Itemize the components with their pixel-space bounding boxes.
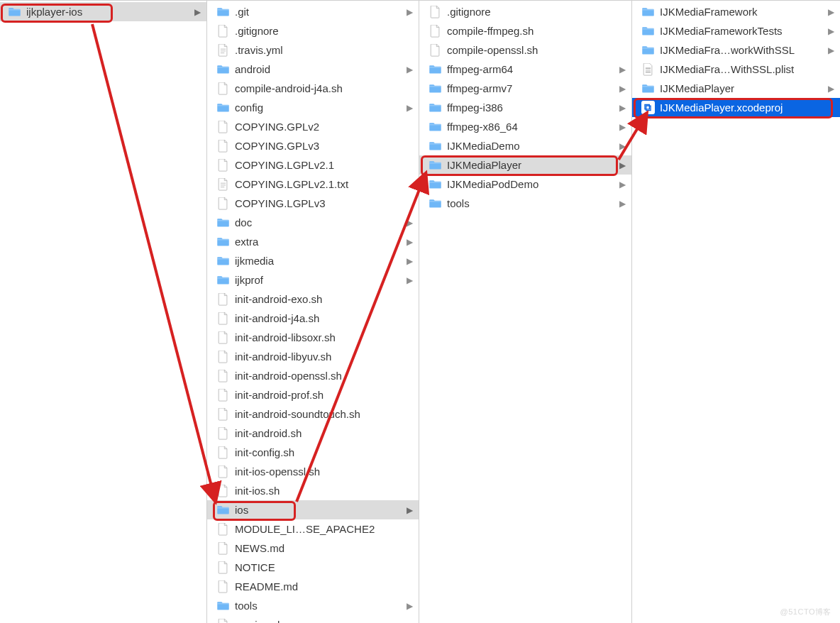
item-label: IJKMediaFra…workWithSSL [660, 44, 825, 56]
finder-item-copying-lgplv2-1[interactable]: COPYING.LGPLv2.1 [207, 155, 419, 175]
finder-item-tools[interactable]: tools▶ [419, 194, 631, 213]
finder-item-tools[interactable]: tools▶ [207, 596, 419, 615]
finder-item-ios[interactable]: ios▶ [207, 500, 419, 519]
item-label: ijkprof [235, 274, 404, 286]
folder-icon [216, 235, 230, 249]
finder-item-copying-lgplv3[interactable]: COPYING.LGPLv3 [207, 194, 419, 213]
finder-item-android[interactable]: android▶ [207, 60, 419, 79]
finder-item-news-md[interactable]: NEWS.md [207, 539, 419, 558]
finder-item-init-ios-sh[interactable]: init-ios.sh [207, 481, 419, 500]
folder-icon [216, 101, 230, 115]
finder-item-notice[interactable]: NOTICE [207, 558, 419, 577]
folder-icon [216, 599, 230, 613]
finder-item-init-ios-openssl-sh[interactable]: init-ios-openssl.sh [207, 462, 419, 481]
finder-item-init-config-sh[interactable]: init-config.sh [207, 443, 419, 462]
finder-item-module-li-se-apache2[interactable]: MODULE_LI…SE_APACHE2 [207, 519, 419, 539]
finder-item-init-android-openssl-sh[interactable]: init-android-openssl.sh [207, 366, 419, 385]
finder-item-ijkmediapoddemo[interactable]: IJKMediaPodDemo▶ [419, 175, 631, 194]
finder-item-init-android-libyuv-sh[interactable]: init-android-libyuv.sh [207, 347, 419, 366]
item-label: tools [447, 197, 617, 209]
finder-item-init-android-j4a-sh[interactable]: init-android-j4a.sh [207, 309, 419, 328]
file-icon [216, 618, 230, 624]
finder-item-ijkmedia[interactable]: ijkmedia▶ [207, 251, 419, 270]
item-label: NEWS.md [235, 542, 413, 554]
item-label: MODULE_LI…SE_APACHE2 [235, 523, 413, 535]
item-label: ios [235, 504, 404, 516]
finder-item--gitignore[interactable]: .gitignore [207, 21, 419, 40]
chevron-right-icon: ▶ [407, 256, 413, 266]
item-label: .gitignore [447, 6, 626, 18]
finder-item--travis-yml[interactable]: .travis.yml [207, 40, 419, 60]
finder-item-ijkmediafra-workwithssl[interactable]: IJKMediaFra…workWithSSL▶ [632, 40, 840, 60]
folder-icon [428, 120, 442, 134]
item-label: init-android-j4a.sh [235, 312, 413, 324]
finder-item-ijkmediademo[interactable]: IJKMediaDemo▶ [419, 136, 631, 155]
file-icon [216, 24, 230, 38]
finder-item-init-android-libsoxr-sh[interactable]: init-android-libsoxr.sh [207, 328, 419, 347]
item-label: IJKMediaPlayer [447, 159, 617, 171]
finder-item-ijkmediafra-withssl-plist[interactable]: IJKMediaFra…WithSSL.plist [632, 60, 840, 79]
finder-item-init-android-sh[interactable]: init-android.sh [207, 424, 419, 443]
item-label: android [235, 63, 404, 75]
file-icon [428, 24, 442, 38]
file-icon [216, 292, 230, 307]
finder-item-ffmpeg-i386[interactable]: ffmpeg-i386▶ [419, 98, 631, 117]
finder-item-version-sh[interactable]: version.sh [207, 615, 419, 623]
item-label: init-android-soundtouch.sh [235, 408, 413, 420]
folder-icon [216, 273, 230, 287]
finder-item-copying-gplv2[interactable]: COPYING.GPLv2 [207, 117, 419, 136]
finder-item-readme-md[interactable]: README.md [207, 577, 419, 596]
plist-file-icon [641, 62, 655, 77]
finder-item-doc[interactable]: doc▶ [207, 213, 419, 232]
finder-item-ffmpeg-armv7[interactable]: ffmpeg-armv7▶ [419, 79, 631, 98]
chevron-right-icon: ▶ [407, 275, 413, 285]
item-label: init-android-libsoxr.sh [235, 331, 413, 343]
item-label: IJKMediaPlayer.xcodeproj [660, 101, 834, 114]
finder-item-extra[interactable]: extra▶ [207, 232, 419, 251]
finder-item-compile-android-j4a-sh[interactable]: compile-android-j4a.sh [207, 79, 419, 98]
chevron-right-icon: ▶ [619, 103, 626, 113]
item-label: .travis.yml [235, 44, 413, 56]
folder-icon [428, 197, 442, 211]
file-icon [216, 446, 230, 460]
finder-item-init-android-exo-sh[interactable]: init-android-exo.sh [207, 290, 419, 309]
chevron-right-icon: ▶ [407, 601, 413, 611]
file-icon [216, 484, 230, 498]
item-label: extra [235, 236, 404, 248]
item-label: IJKMediaDemo [447, 140, 617, 152]
finder-item-ijkprof[interactable]: ijkprof▶ [207, 270, 419, 290]
item-label: COPYING.LGPLv3 [235, 197, 413, 209]
item-label: .gitignore [235, 25, 413, 37]
finder-item-compile-openssl-sh[interactable]: compile-openssl.sh [419, 40, 631, 60]
folder-icon [216, 62, 230, 77]
finder-item-ijkmediaframeworktests[interactable]: IJKMediaFrameworkTests▶ [632, 21, 840, 40]
finder-item--git[interactable]: .git▶ [207, 2, 419, 21]
finder-item-ffmpeg-arm64[interactable]: ffmpeg-arm64▶ [419, 60, 631, 79]
finder-item-ffmpeg-x86-64[interactable]: ffmpeg-x86_64▶ [419, 117, 631, 136]
finder-item-ijkmediaplayer[interactable]: IJKMediaPlayer▶ [419, 155, 631, 175]
finder-item-copying-gplv3[interactable]: COPYING.GPLv3 [207, 136, 419, 155]
finder-item-compile-ffmpeg-sh[interactable]: compile-ffmpeg.sh [419, 21, 631, 40]
item-label: COPYING.GPLv2 [235, 121, 413, 133]
finder-item-config[interactable]: config▶ [207, 98, 419, 117]
file-icon [216, 465, 230, 479]
item-label: IJKMediaFramework [660, 6, 825, 18]
svg-rect-8 [645, 71, 650, 72]
finder-item-copying-lgplv2-1-txt[interactable]: COPYING.LGPLv2.1.txt [207, 175, 419, 194]
finder-item-ijkmediaframework[interactable]: IJKMediaFramework▶ [632, 2, 840, 21]
finder-item-ijkplayer-ios[interactable]: ijkplayer-ios▶ [0, 2, 206, 21]
finder-item-ijkmediaplayer[interactable]: IJKMediaPlayer▶ [632, 79, 840, 98]
item-label: init-android-prof.sh [235, 389, 413, 401]
item-label: .git [235, 6, 404, 18]
item-label: IJKMediaFra…WithSSL.plist [660, 63, 834, 75]
file-icon [216, 120, 230, 134]
finder-item-init-android-soundtouch-sh[interactable]: init-android-soundtouch.sh [207, 404, 419, 424]
file-icon [428, 5, 442, 19]
column-2: .git▶.gitignore.travis.ymlandroid▶compil… [207, 1, 419, 623]
finder-item-init-android-prof-sh[interactable]: init-android-prof.sh [207, 385, 419, 404]
item-label: IJKMediaPlayer [660, 82, 825, 94]
finder-item--gitignore[interactable]: .gitignore [419, 2, 631, 21]
folder-icon [216, 216, 230, 230]
folder-icon [216, 503, 230, 517]
finder-item-ijkmediaplayer-xcodeproj[interactable]: ⧉IJKMediaPlayer.xcodeproj [632, 98, 840, 117]
